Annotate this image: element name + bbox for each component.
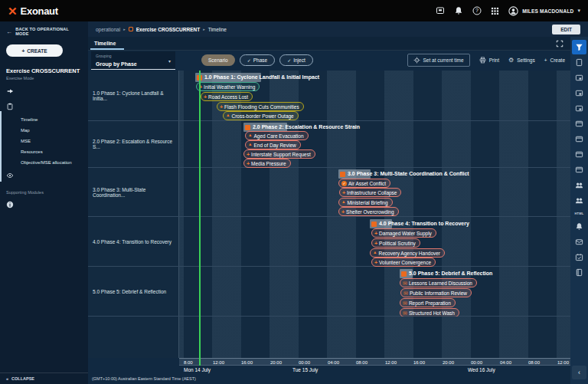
- filter-icon[interactable]: [572, 40, 586, 54]
- axis-tick: 08:00: [528, 360, 540, 365]
- bell-icon[interactable]: [572, 219, 586, 234]
- breadcrumb: operational ▸ Exercise CROSSCURRENT ▸ Ti…: [96, 27, 227, 32]
- inject-pill[interactable]: ▲Aged Care Evacuation: [245, 131, 309, 140]
- create-button[interactable]: + CREATE: [6, 44, 63, 57]
- grouping-select[interactable]: Grouping Group by Phase ▾: [91, 51, 175, 70]
- inject-label: Air Asset Conflict: [348, 181, 386, 186]
- button-label: Print: [489, 57, 499, 63]
- envelope-icon: ✉: [403, 310, 407, 316]
- edit-button[interactable]: EDIT: [552, 25, 580, 34]
- window-icon-4[interactable]: [572, 162, 586, 177]
- tab-timeline[interactable]: Timeline: [94, 41, 116, 46]
- phase-marker-icon: [371, 222, 377, 227]
- breadcrumb-root[interactable]: operational: [96, 27, 120, 32]
- inject-pill[interactable]: +Initial Weather Warning: [196, 82, 260, 91]
- inject-pill[interactable]: ✉Public Information Review: [400, 288, 472, 297]
- scenario-filter-chip[interactable]: Scenario: [201, 54, 235, 66]
- apps-grid-icon[interactable]: [490, 6, 500, 16]
- print-button[interactable]: Print: [479, 57, 499, 64]
- breadcrumb-exercise[interactable]: Exercise CROSSCURRENT: [136, 27, 200, 32]
- calendar-check-icon[interactable]: [572, 250, 586, 264]
- inject-label: Damaged Water Supply: [379, 231, 432, 236]
- sidebar-collapse-button[interactable]: « COLLAPSE: [0, 373, 88, 384]
- phase-bar[interactable]: 4.0 Phase 4: Transition to Recovery: [370, 219, 392, 228]
- card-icon-3[interactable]: [572, 101, 586, 116]
- plus-icon: +: [374, 231, 377, 236]
- empty-row: [88, 316, 570, 358]
- inject-pill[interactable]: +Volunteer Convergence: [371, 258, 436, 267]
- inject-pill[interactable]: +Interstate Support Request: [243, 149, 315, 159]
- user-menu[interactable]: MILES MACDONALD ▾: [508, 6, 580, 16]
- inject-label: Aged Care Evacuation: [253, 133, 303, 139]
- inject-pill[interactable]: +Infrastructure Collapse: [339, 188, 401, 197]
- document-icon[interactable]: [572, 55, 586, 70]
- inject-pill[interactable]: ✉Lessons Learned Discussion: [400, 278, 477, 287]
- sidebar-item-information-sets[interactable]: [0, 197, 88, 212]
- top-app-bar: ✕ Exonaut ? MILES MACDONALD ▾: [0, 0, 588, 21]
- plus-icon: +: [247, 161, 250, 166]
- phase-bar-label: 3.0 Phase 3: Multi-State Coordination & …: [348, 169, 469, 179]
- inject-label: Ministerial Briefing: [347, 200, 387, 205]
- settings-button[interactable]: ⚙ Settings: [508, 57, 535, 64]
- phase-filter-chip[interactable]: ✓ Phase: [240, 54, 275, 66]
- book-icon[interactable]: [572, 265, 586, 280]
- phase-bar[interactable]: 1.0 Phase 1: Cyclone Landfall & Initial …: [195, 73, 261, 82]
- row-label: 5.0 Phase 5: Debrief & Reflection: [88, 267, 179, 316]
- inject-pill[interactable]: +Political Scrutiny: [371, 238, 420, 248]
- mail-icon[interactable]: [572, 235, 586, 249]
- collapse-panel-icon[interactable]: ‹: [572, 366, 586, 379]
- notifications-bell-icon[interactable]: [453, 6, 463, 16]
- sidebar-item-mse[interactable]: MSE: [0, 136, 88, 146]
- inject-pill[interactable]: ▲Recovery Agency Handover: [370, 248, 445, 258]
- inject-pill[interactable]: ▲End of Day Review: [245, 140, 301, 149]
- card-icon-1[interactable]: [572, 71, 586, 85]
- inject-pill[interactable]: +Road Access Lost: [201, 92, 253, 101]
- inject-pill[interactable]: ▲Cross-border Power Outage: [223, 111, 299, 120]
- inject-pill[interactable]: ✓Air Asset Conflict: [338, 179, 390, 188]
- inject-filter-chip[interactable]: ✓ Inject: [279, 54, 313, 66]
- chat-icon[interactable]: [435, 6, 445, 16]
- phase-bar[interactable]: 5.0 Phase 5: Debrief & Reflection: [400, 269, 413, 278]
- window-icon-3[interactable]: [572, 147, 586, 162]
- card-icon-2[interactable]: [572, 86, 586, 100]
- inject-label: Flash Flooding Cuts Communities: [224, 104, 299, 110]
- sidebar-item-plan[interactable]: [0, 99, 88, 114]
- inject-label: Structured Hot Wash: [409, 310, 455, 316]
- inject-pill[interactable]: ✉Report Preparation: [400, 298, 456, 307]
- plus-icon: +: [342, 190, 345, 195]
- set-at-current-time-button[interactable]: Set at current time: [407, 54, 470, 67]
- back-to-operational-mode[interactable]: ← BACK TO OPERATIONAL MODE: [0, 21, 88, 40]
- sidebar-item-resources[interactable]: Resources: [0, 146, 88, 157]
- fullscreen-icon[interactable]: [556, 40, 564, 48]
- row-label-empty: [88, 317, 179, 358]
- window-icon-1[interactable]: [572, 117, 586, 131]
- inject-pill[interactable]: +Flash Flooding Cuts Communities: [217, 102, 304, 111]
- phase-bar[interactable]: 3.0 Phase 3: Multi-State Coordination & …: [338, 169, 371, 179]
- axis-tick-strip[interactable]: 8:00 12:00 16:00 20:00 00:00 04:00 08:00…: [179, 358, 570, 366]
- svg-text:?: ?: [475, 8, 479, 13]
- users-icon-2[interactable]: [572, 193, 586, 208]
- active-section-indicator: [0, 111, 2, 182]
- inject-pill[interactable]: ▲Ministerial Briefing: [338, 198, 393, 207]
- check-circle-icon: ✓: [341, 181, 347, 186]
- chip-label: Phase: [253, 57, 267, 63]
- inject-label: Report Preparation: [409, 300, 451, 306]
- sidebar-item-map[interactable]: Map: [0, 125, 88, 136]
- sidebar-item-timeline[interactable]: Timeline: [0, 114, 88, 125]
- create-inject-button[interactable]: + Create: [544, 57, 565, 63]
- inject-pill[interactable]: +Damaged Water Supply: [371, 228, 436, 238]
- window-icon-2[interactable]: [572, 132, 586, 146]
- info-icon: [6, 201, 14, 208]
- inject-pill[interactable]: +Media Pressure: [243, 159, 291, 168]
- clipboard-icon: [6, 103, 14, 110]
- sidebar-item-evaluate[interactable]: [0, 168, 88, 183]
- html-module-label[interactable]: HTML: [575, 212, 584, 215]
- help-icon[interactable]: ?: [472, 6, 482, 16]
- exercise-icon: [129, 27, 133, 31]
- sidebar-item-direct[interactable]: [0, 84, 88, 99]
- users-icon-1[interactable]: [572, 178, 586, 192]
- button-label: Settings: [517, 57, 535, 63]
- sidebar-item-objective-mse-allocation[interactable]: Objective/MSE allocation: [0, 157, 88, 168]
- inject-label: Public Information Review: [410, 290, 467, 296]
- inject-pill[interactable]: +Shelter Overcrowding: [338, 207, 399, 216]
